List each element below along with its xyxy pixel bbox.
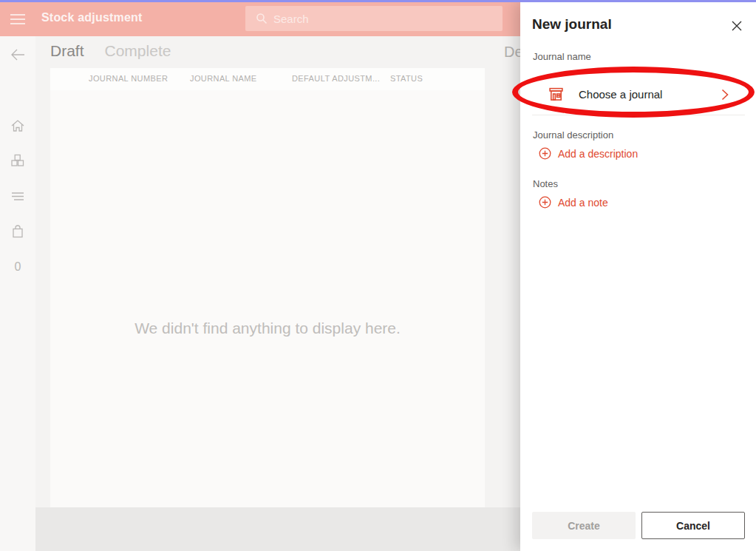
plus-circle-icon bbox=[539, 147, 551, 160]
plus-circle-icon bbox=[539, 196, 551, 209]
add-note-button[interactable]: Add a note bbox=[539, 196, 608, 209]
app-header: Stock adjustment Search bbox=[0, 2, 520, 36]
sidebar-item-products[interactable] bbox=[0, 151, 35, 170]
panel-title: New journal bbox=[532, 16, 612, 33]
search-icon bbox=[256, 13, 268, 24]
journal-name-label: Journal name bbox=[533, 51, 591, 62]
search-placeholder: Search bbox=[273, 13, 309, 25]
sidebar-item-home[interactable] bbox=[0, 116, 35, 135]
cubes-icon bbox=[10, 152, 26, 169]
back-button[interactable] bbox=[0, 45, 35, 64]
lines-icon bbox=[10, 190, 26, 202]
create-button[interactable]: Create bbox=[532, 512, 636, 539]
notes-label: Notes bbox=[533, 178, 558, 189]
sidebar: 0 bbox=[0, 36, 35, 551]
journal-icon bbox=[548, 87, 564, 102]
chevron-right-icon bbox=[721, 89, 729, 101]
empty-state-message: We didn't find anything to display here. bbox=[50, 320, 485, 337]
bag-icon bbox=[10, 223, 26, 240]
top-accent-line bbox=[0, 0, 756, 2]
journal-list: JOURNAL NUMBER JOURNAL NAME DEFAULT ADJU… bbox=[50, 68, 485, 507]
add-note-label: Add a note bbox=[558, 197, 608, 209]
arrow-left-icon bbox=[9, 47, 27, 62]
tab-bar: Draft Complete bbox=[50, 42, 171, 60]
table-header-row: JOURNAL NUMBER JOURNAL NAME DEFAULT ADJU… bbox=[50, 68, 485, 90]
sidebar-item-journals[interactable] bbox=[0, 186, 35, 206]
column-header-journal-number: JOURNAL NUMBER bbox=[89, 74, 168, 83]
sidebar-item-orders[interactable] bbox=[0, 222, 35, 241]
column-header-journal-name: JOURNAL NAME bbox=[190, 74, 257, 83]
new-journal-panel: New journal Journal name Choose a journa… bbox=[520, 2, 756, 551]
page-title: Stock adjustment bbox=[41, 11, 143, 24]
choose-journal-label: Choose a journal bbox=[579, 88, 662, 101]
bottom-bar bbox=[35, 507, 520, 551]
close-icon bbox=[731, 20, 743, 32]
column-header-status: STATUS bbox=[390, 74, 423, 83]
journal-description-label: Journal description bbox=[533, 129, 613, 141]
main-content: Draft Complete De JOURNAL NUMBER JOURNAL… bbox=[35, 36, 520, 551]
choose-journal-button[interactable]: Choose a journal bbox=[532, 73, 745, 115]
clipped-header-text: De bbox=[504, 44, 520, 61]
hamburger-menu-icon[interactable] bbox=[10, 11, 28, 27]
tab-draft[interactable]: Draft bbox=[50, 42, 84, 60]
column-header-default-adjustment: DEFAULT ADJUSTM... bbox=[292, 74, 380, 83]
cancel-button[interactable]: Cancel bbox=[641, 512, 745, 539]
add-description-label: Add a description bbox=[558, 148, 638, 160]
tab-complete[interactable]: Complete bbox=[105, 42, 171, 60]
close-button[interactable] bbox=[728, 17, 746, 35]
search-input[interactable]: Search bbox=[245, 6, 503, 31]
cart-count[interactable]: 0 bbox=[0, 260, 35, 274]
add-description-button[interactable]: Add a description bbox=[539, 147, 638, 160]
app-window: Stock adjustment Search 0 Draft Complete… bbox=[0, 0, 756, 551]
home-icon bbox=[10, 118, 26, 134]
